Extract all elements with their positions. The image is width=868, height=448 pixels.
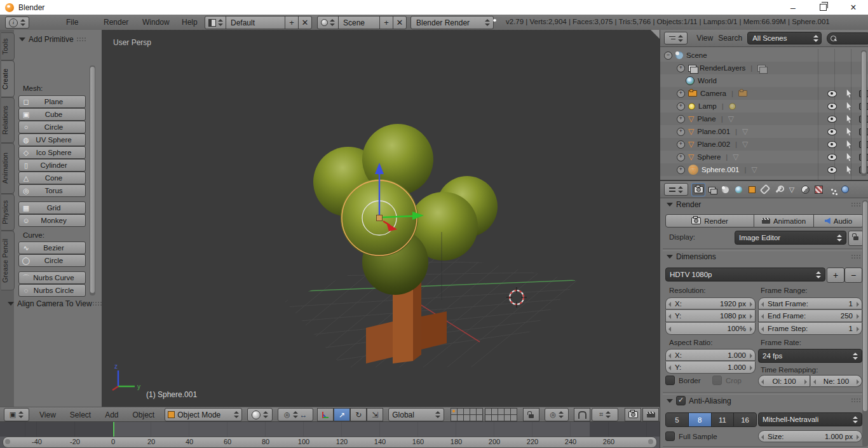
expand-icon[interactable]: + bbox=[677, 102, 685, 111]
scene-field[interactable]: Scene bbox=[338, 16, 384, 29]
manipulator-rotate-button[interactable]: ↻ bbox=[350, 408, 367, 421]
row-label[interactable]: World bbox=[698, 77, 717, 85]
properties-scrollbar[interactable] bbox=[862, 200, 868, 447]
resolution-y-field[interactable]: Y:1080 px bbox=[665, 310, 756, 322]
tab-scene[interactable] bbox=[719, 184, 731, 196]
outliner-scope-dropdown[interactable]: All Scenes bbox=[747, 32, 822, 44]
outliner-row-camera[interactable]: + Camera | bbox=[660, 87, 868, 100]
outliner-menu-search[interactable]: Search bbox=[718, 34, 742, 43]
dimensions-panel-header[interactable]: Dimensions bbox=[667, 252, 861, 261]
menu-view[interactable]: View bbox=[39, 411, 56, 419]
panel-drag-dots-icon[interactable] bbox=[851, 255, 861, 259]
add-uv-sphere-button[interactable]: UV Sphere bbox=[18, 133, 86, 146]
outliner-row-plane-001[interactable]: + Plane.001 | bbox=[660, 125, 868, 138]
add-circle-curve-button[interactable]: Circle bbox=[18, 254, 86, 267]
add-monkey-button[interactable]: Monkey bbox=[18, 214, 86, 227]
mode-dropdown[interactable]: Object Mode bbox=[165, 408, 242, 421]
aspect-y-field[interactable]: Y:1.000 bbox=[665, 362, 756, 374]
visibility-toggle[interactable] bbox=[827, 166, 837, 173]
add-cube-button[interactable]: Cube bbox=[18, 108, 86, 121]
menu-help[interactable]: Help bbox=[182, 18, 198, 27]
aa-samples-8[interactable]: 8 bbox=[689, 413, 712, 426]
scene-icon-button[interactable] bbox=[317, 16, 339, 29]
border-option[interactable]: Border bbox=[665, 376, 701, 385]
tab-texture[interactable] bbox=[812, 184, 825, 196]
add-primitive-panel-header[interactable]: Add Primitive bbox=[19, 35, 95, 44]
tab-object[interactable] bbox=[745, 184, 758, 196]
lock-to-scene-button[interactable] bbox=[523, 408, 539, 421]
scrollbar-right-handle[interactable] bbox=[648, 439, 653, 444]
tab-tools[interactable]: Tools bbox=[1, 32, 15, 60]
editor-type-properties-button[interactable] bbox=[664, 183, 688, 196]
animation-button[interactable]: Animation bbox=[754, 214, 814, 227]
visibility-toggle[interactable] bbox=[827, 90, 837, 97]
preset-remove-button[interactable]: − bbox=[844, 268, 862, 283]
outliner-row-lamp[interactable]: + Lamp | bbox=[660, 100, 868, 112]
tab-physics[interactable] bbox=[839, 184, 851, 196]
proportional-edit-dropdown[interactable]: ◎ bbox=[545, 408, 569, 421]
add-cylinder-button[interactable]: Cylinder bbox=[18, 159, 86, 172]
tab-object-data[interactable] bbox=[785, 184, 798, 196]
resolution-scale-field[interactable]: 100% bbox=[665, 323, 756, 335]
outliner-row-plane-002[interactable]: + Plane.002 | bbox=[660, 138, 868, 151]
manipulator-translate-button[interactable]: ↗ bbox=[334, 408, 350, 421]
menu-render[interactable]: Render bbox=[104, 18, 128, 27]
add-nurbs-circle-button[interactable]: Nurbs Circle bbox=[18, 284, 86, 297]
tab-constraints[interactable] bbox=[759, 184, 771, 196]
anti-aliasing-panel-header[interactable]: Anti-Aliasing bbox=[667, 396, 861, 405]
selectability-toggle[interactable] bbox=[846, 140, 852, 149]
selectability-toggle[interactable] bbox=[846, 115, 852, 123]
panel-drag-dots-icon[interactable] bbox=[77, 37, 86, 42]
align-camera-panel-header[interactable]: Align Camera To View bbox=[8, 299, 98, 308]
timeline-scrollbar[interactable] bbox=[3, 437, 657, 448]
row-label[interactable]: Plane.001 bbox=[697, 128, 730, 135]
visibility-toggle[interactable] bbox=[827, 116, 837, 123]
menu-add[interactable]: Add bbox=[105, 411, 118, 419]
outliner-row-scene[interactable]: − Scene bbox=[660, 49, 864, 62]
tool-shelf-scrollbar[interactable] bbox=[90, 65, 95, 295]
panel-drag-dots-icon[interactable] bbox=[851, 398, 861, 403]
editor-type-info-button[interactable]: i bbox=[5, 17, 29, 29]
row-label[interactable]: Sphere.001 bbox=[702, 166, 739, 173]
render-engine-dropdown[interactable]: Blender Render bbox=[410, 16, 494, 29]
outliner-row-renderlayers[interactable]: + RenderLayers | bbox=[660, 62, 868, 74]
editor-type-3dview-button[interactable]: ▣ bbox=[4, 408, 29, 421]
selectability-toggle[interactable] bbox=[846, 102, 852, 111]
tab-world[interactable] bbox=[732, 184, 745, 196]
viewport-canvas[interactable]: z y bbox=[102, 30, 660, 407]
visibility-toggle[interactable] bbox=[827, 154, 837, 161]
aspect-x-field[interactable]: X:1.000 bbox=[665, 349, 756, 361]
tab-material[interactable] bbox=[799, 184, 811, 196]
pivot-point-dropdown[interactable]: ◎ ↔ bbox=[278, 408, 313, 421]
resolution-x-field[interactable]: X:1920 px bbox=[665, 297, 756, 309]
display-dropdown[interactable]: Image Editor bbox=[735, 231, 846, 245]
visibility-toggle[interactable] bbox=[827, 141, 837, 148]
tab-physics[interactable]: Physics bbox=[1, 194, 15, 231]
selectability-toggle[interactable] bbox=[846, 153, 852, 161]
add-bezier-button[interactable]: Bezier bbox=[18, 241, 86, 254]
menu-file[interactable]: File bbox=[66, 18, 78, 27]
crop-option[interactable]: Crop bbox=[712, 376, 742, 385]
menu-object[interactable]: Object bbox=[133, 411, 155, 419]
start-frame-field[interactable]: Start Frame:1 bbox=[758, 297, 862, 309]
add-cone-button[interactable]: Cone bbox=[18, 172, 86, 184]
aa-filter-dropdown[interactable]: Mitchell-Netravali bbox=[758, 412, 862, 426]
screen-layout-field[interactable]: Default bbox=[226, 16, 290, 29]
aa-size-field[interactable]: Size:1.000 px bbox=[758, 430, 862, 442]
timeline-playhead[interactable] bbox=[113, 422, 114, 437]
layout-delete-button[interactable]: ✕ bbox=[298, 16, 312, 29]
timeline[interactable]: -40 -20 0 20 40 60 80 100 120 140 160 18… bbox=[0, 421, 660, 448]
tab-create[interactable]: Create bbox=[1, 60, 15, 97]
manipulator-axes-icon[interactable] bbox=[317, 408, 334, 421]
add-nurbs-curve-button[interactable]: Nurbs Curve bbox=[18, 271, 86, 284]
viewport-3d[interactable]: z y User Persp (1) Sphere.001 bbox=[102, 30, 660, 407]
add-torus-button[interactable]: Torus bbox=[18, 184, 86, 197]
outliner-row-plane[interactable]: + Plane | bbox=[660, 112, 868, 125]
row-label[interactable]: Scene bbox=[686, 51, 707, 59]
row-label[interactable]: RenderLayers bbox=[700, 64, 745, 72]
expand-icon[interactable]: + bbox=[677, 64, 685, 72]
aa-samples-11[interactable]: 11 bbox=[712, 413, 735, 426]
snap-toggle-button[interactable] bbox=[574, 408, 590, 421]
frame-step-field[interactable]: Frame Step:1 bbox=[758, 323, 862, 335]
full-sample-option[interactable]: Full Sample bbox=[665, 431, 717, 441]
